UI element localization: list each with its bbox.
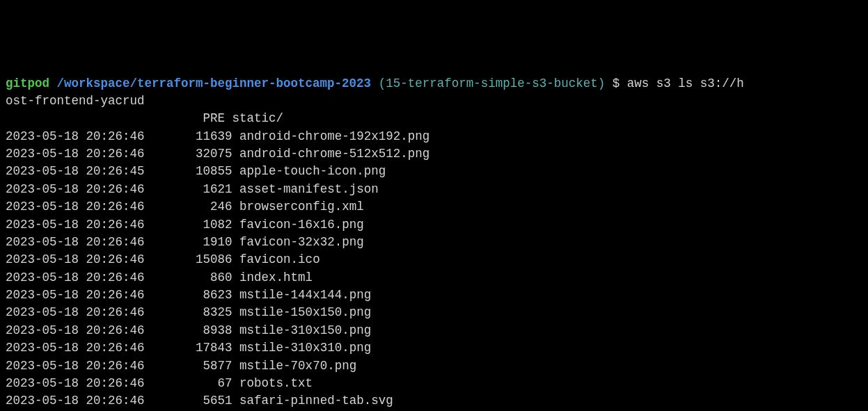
s3-object-row: 2023-05-18 20:26:46 1621 asset-manifest.… (6, 181, 862, 198)
object-size: 10855 (152, 164, 232, 178)
object-size: 246 (152, 200, 232, 213)
object-datetime: 2023-05-18 20:26:46 (6, 147, 145, 161)
s3-object-row: 2023-05-18 20:26:45 10855 apple-touch-ic… (6, 163, 862, 180)
object-size: 11639 (152, 129, 232, 143)
command-text: aws s3 ls s3://h (627, 76, 744, 90)
prompt-path: /workspace/terraform-beginner-bootcamp-2… (57, 76, 372, 90)
object-datetime: 2023-05-18 20:26:46 (6, 182, 145, 196)
s3-object-row: 2023-05-18 20:26:46 8938 mstile-310x150.… (6, 322, 862, 339)
object-name: asset-manifest.json (239, 182, 379, 196)
object-name: favicon-32x32.png (239, 235, 364, 249)
s3-object-row: 2023-05-18 20:26:46 8325 mstile-150x150.… (6, 304, 862, 321)
object-size: 17843 (152, 341, 232, 355)
object-datetime: 2023-05-18 20:26:46 (6, 288, 145, 302)
s3-object-row: 2023-05-18 20:26:46 1910 favicon-32x32.p… (6, 234, 862, 251)
command-wrap-line: ost-frontend-yacrud (6, 92, 862, 110)
object-size: 32075 (152, 147, 232, 161)
object-name: mstile-144x144.png (239, 288, 371, 302)
object-name: index.html (239, 271, 313, 284)
s3-object-row: 2023-05-18 20:26:46 8623 mstile-144x144.… (6, 287, 862, 304)
object-name: android-chrome-192x192.png (239, 129, 429, 143)
object-datetime: 2023-05-18 20:26:46 (6, 341, 145, 355)
s3-object-row: 2023-05-18 20:26:46 17843 mstile-310x310… (6, 339, 862, 357)
object-name: android-chrome-512x512.png (239, 147, 429, 161)
object-datetime: 2023-05-18 20:26:46 (6, 218, 145, 232)
command-wrap-text: ost-frontend-yacrud (6, 94, 145, 108)
s3-prefix-line: PRE static/ (6, 110, 862, 127)
object-name: favicon-16x16.png (239, 218, 364, 232)
s3-object-row: 2023-05-18 20:26:46 5877 mstile-70x70.pn… (6, 357, 862, 375)
object-datetime: 2023-05-18 20:26:46 (6, 394, 145, 408)
object-size: 5877 (152, 359, 232, 373)
object-size: 1621 (152, 182, 232, 196)
object-datetime: 2023-05-18 20:26:45 (6, 164, 145, 178)
s3-object-row: 2023-05-18 20:26:46 5651 safari-pinned-t… (6, 392, 862, 410)
object-size: 8325 (152, 305, 232, 319)
s3-object-row: 2023-05-18 20:26:46 67 robots.txt (6, 375, 862, 392)
prompt-line-1: gitpod /workspace/terraform-beginner-boo… (6, 75, 862, 92)
prompt-user: gitpod (6, 76, 49, 90)
object-size: 8623 (152, 288, 232, 302)
object-size: 8938 (152, 323, 232, 337)
s3-object-row: 2023-05-18 20:26:46 1082 favicon-16x16.p… (6, 216, 862, 234)
object-name: favicon.ico (239, 252, 320, 266)
s3-prefix-text: PRE static/ (6, 111, 283, 125)
object-size: 67 (152, 376, 232, 390)
object-datetime: 2023-05-18 20:26:46 (6, 200, 145, 213)
object-datetime: 2023-05-18 20:26:46 (6, 129, 145, 143)
object-datetime: 2023-05-18 20:26:46 (6, 252, 145, 266)
object-name: mstile-310x150.png (239, 323, 371, 337)
object-datetime: 2023-05-18 20:26:46 (6, 376, 145, 390)
object-name: apple-touch-icon.png (239, 164, 386, 178)
object-size: 15086 (152, 252, 232, 266)
object-datetime: 2023-05-18 20:26:46 (6, 323, 145, 337)
object-datetime: 2023-05-18 20:26:46 (6, 235, 145, 249)
object-name: mstile-310x310.png (239, 341, 371, 355)
s3-object-row: 2023-05-18 20:26:46 32075 android-chrome… (6, 145, 862, 163)
object-name: robots.txt (239, 376, 313, 390)
s3-object-row: 2023-05-18 20:26:46 11639 android-chrome… (6, 128, 862, 145)
object-name: browserconfig.xml (239, 200, 364, 213)
s3-object-row: 2023-05-18 20:26:46 15086 favicon.ico (6, 251, 862, 268)
prompt-dollar: $ (613, 76, 620, 90)
object-name: mstile-70x70.png (239, 359, 356, 373)
s3-object-row: 2023-05-18 20:26:46 246 browserconfig.xm… (6, 198, 862, 216)
object-name: safari-pinned-tab.svg (239, 394, 393, 408)
object-datetime: 2023-05-18 20:26:46 (6, 271, 145, 284)
object-size: 1082 (152, 218, 232, 232)
object-size: 5651 (152, 394, 232, 408)
s3-object-row: 2023-05-18 20:26:46 860 index.html (6, 269, 862, 287)
object-size: 860 (152, 271, 232, 284)
object-datetime: 2023-05-18 20:26:46 (6, 359, 145, 373)
object-name: mstile-150x150.png (239, 305, 371, 319)
object-size: 1910 (152, 235, 232, 249)
object-datetime: 2023-05-18 20:26:46 (6, 305, 145, 319)
terminal-output[interactable]: gitpod /workspace/terraform-beginner-boo… (6, 75, 862, 412)
prompt-branch: (15-terraform-simple-s3-bucket) (379, 76, 606, 90)
